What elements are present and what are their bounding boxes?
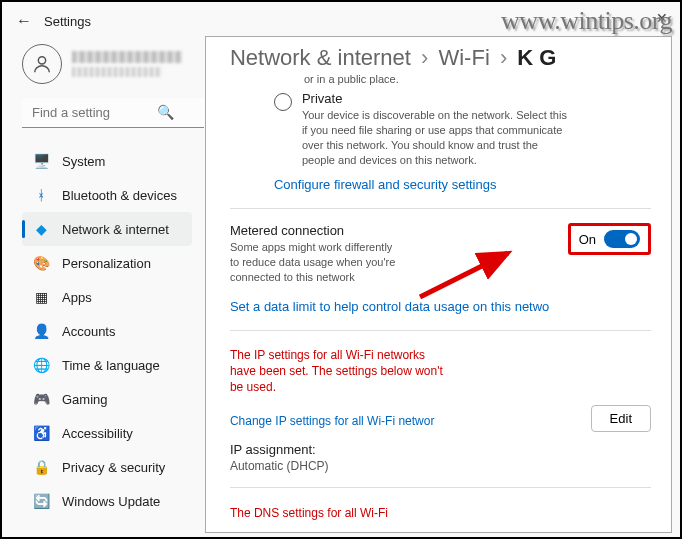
nav-icon: 🎮 (32, 391, 50, 407)
breadcrumb-wifi[interactable]: Wi-Fi (438, 45, 489, 70)
breadcrumb-root[interactable]: Network & internet (230, 45, 411, 70)
search-input[interactable] (22, 98, 205, 128)
nav-icon: 🎨 (32, 255, 50, 271)
nav-icon: 🔄 (32, 493, 50, 509)
sidebar-item-label: Accounts (62, 324, 115, 339)
sidebar-item-bluetooth-devices[interactable]: ᚼBluetooth & devices (22, 178, 192, 212)
sidebar-item-label: Network & internet (62, 222, 169, 237)
sidebar-item-label: Personalization (62, 256, 151, 271)
profile-email-blurred (72, 67, 162, 77)
data-limit-link[interactable]: Set a data limit to help control data us… (230, 299, 651, 314)
metered-desc: Some apps might work differently to redu… (230, 240, 400, 285)
svg-point-0 (38, 57, 45, 64)
back-arrow-icon[interactable]: ← (16, 12, 32, 30)
ip-assignment-value: Automatic (DHCP) (230, 459, 651, 473)
sidebar: 🔍 🖥️SystemᚼBluetooth & devices◆Network &… (2, 36, 205, 533)
sidebar-item-label: System (62, 154, 105, 169)
dns-warning-text: The DNS settings for all Wi-Fi (230, 506, 651, 520)
divider (230, 487, 651, 488)
sidebar-item-privacy-security[interactable]: 🔒Privacy & security (22, 450, 192, 484)
sidebar-item-label: Bluetooth & devices (62, 188, 177, 203)
sidebar-item-windows-update[interactable]: 🔄Windows Update (22, 484, 192, 518)
breadcrumb-current: K G (517, 45, 556, 70)
ip-assignment-label: IP assignment: (230, 442, 651, 457)
search-icon: 🔍 (157, 104, 174, 120)
svg-line-1 (420, 253, 508, 297)
toggle-state-label: On (579, 232, 596, 247)
nav-icon: 🌐 (32, 357, 50, 373)
nav-icon: ♿ (32, 425, 50, 441)
profile-name-blurred (72, 51, 182, 63)
change-ip-link[interactable]: Change IP settings for all Wi-Fi networ (230, 414, 435, 428)
sidebar-item-apps[interactable]: ▦Apps (22, 280, 192, 314)
breadcrumb: Network & internet › Wi-Fi › K G (230, 45, 651, 71)
red-arrow-annotation (410, 245, 530, 305)
content-panel: Network & internet › Wi-Fi › K G or in a… (205, 36, 672, 533)
nav-icon: ◆ (32, 221, 50, 237)
nav-icon: 👤 (32, 323, 50, 339)
metered-toggle-highlight: On (568, 223, 651, 255)
sidebar-item-accounts[interactable]: 👤Accounts (22, 314, 192, 348)
sidebar-item-network-internet[interactable]: ◆Network & internet (22, 212, 192, 246)
metered-title: Metered connection (230, 223, 400, 238)
profile-block[interactable] (22, 44, 192, 84)
nav-icon: ▦ (32, 289, 50, 305)
private-label: Private (302, 91, 572, 106)
window-title: Settings (44, 14, 91, 29)
sidebar-item-gaming[interactable]: 🎮Gaming (22, 382, 192, 416)
sidebar-item-time-language[interactable]: 🌐Time & language (22, 348, 192, 382)
nav-icon: 🖥️ (32, 153, 50, 169)
sidebar-item-personalization[interactable]: 🎨Personalization (22, 246, 192, 280)
sidebar-item-label: Windows Update (62, 494, 160, 509)
truncated-text: or in a public place. (230, 73, 651, 85)
watermark-text: www.wintips.org (501, 6, 672, 36)
sidebar-item-label: Gaming (62, 392, 108, 407)
private-desc: Your device is discoverable on the netwo… (302, 108, 572, 167)
sidebar-item-accessibility[interactable]: ♿Accessibility (22, 416, 192, 450)
nav-icon: 🔒 (32, 459, 50, 475)
edit-button[interactable]: Edit (591, 405, 651, 432)
sidebar-item-label: Time & language (62, 358, 160, 373)
sidebar-item-label: Apps (62, 290, 92, 305)
divider (230, 208, 651, 209)
sidebar-item-label: Accessibility (62, 426, 133, 441)
private-radio[interactable] (274, 93, 292, 111)
sidebar-item-system[interactable]: 🖥️System (22, 144, 192, 178)
divider (230, 330, 651, 331)
firewall-link[interactable]: Configure firewall and security settings (230, 177, 651, 192)
sidebar-item-label: Privacy & security (62, 460, 165, 475)
ip-warning-text: The IP settings for all Wi-Fi networks h… (230, 347, 450, 396)
nav-icon: ᚼ (32, 187, 50, 203)
metered-toggle[interactable] (604, 230, 640, 248)
avatar-icon (22, 44, 62, 84)
